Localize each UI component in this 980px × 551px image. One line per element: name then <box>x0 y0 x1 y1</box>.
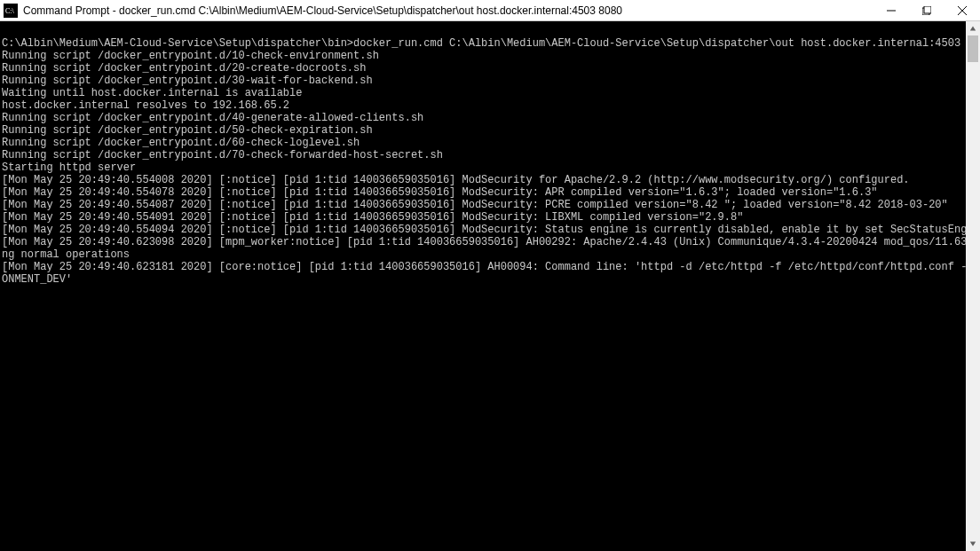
scroll-thumb[interactable] <box>968 35 978 62</box>
svg-rect-4 <box>924 6 931 13</box>
app-icon: C:\ <box>4 4 18 18</box>
terminal-line: Running script /docker_entrypoint.d/30-w… <box>2 75 964 87</box>
terminal-line: Running script /docker_entrypoint.d/60-c… <box>2 137 964 149</box>
terminal-line: Running script /docker_entrypoint.d/50-c… <box>2 124 964 137</box>
terminal-line: [Mon May 25 20:49:40.554078 2020] [:noti… <box>2 186 964 199</box>
terminal-line: [Mon May 25 20:49:40.623098 2020] [mpm_w… <box>2 236 964 248</box>
terminal-line: Running script /docker_entrypoint.d/20-c… <box>2 62 964 75</box>
terminal-line: [Mon May 25 20:49:40.554008 2020] [:noti… <box>2 174 964 186</box>
svg-text:C:\: C:\ <box>5 7 15 15</box>
terminal-line: ng normal operations <box>2 248 964 261</box>
window-controls <box>873 0 980 20</box>
scroll-track[interactable] <box>966 35 980 537</box>
svg-marker-8 <box>970 542 976 547</box>
terminal-line: Running script /docker_entrypoint.d/40-g… <box>2 112 964 124</box>
window-title: Command Prompt - docker_run.cmd C:\Albin… <box>23 4 873 17</box>
scroll-up-button[interactable] <box>966 21 980 35</box>
terminal-line: Running script /docker_entrypoint.d/10-c… <box>2 50 964 62</box>
titlebar[interactable]: C:\ Command Prompt - docker_run.cmd C:\A… <box>0 0 980 21</box>
scroll-down-button[interactable] <box>966 537 980 551</box>
minimize-button[interactable] <box>873 0 909 20</box>
terminal-line: [Mon May 25 20:49:40.554087 2020] [:noti… <box>2 199 964 211</box>
terminal-line: Waiting until host.docker.internal is av… <box>2 87 964 99</box>
close-button[interactable] <box>944 0 980 20</box>
terminal-line: [Mon May 25 20:49:40.554094 2020] [:noti… <box>2 224 964 236</box>
vertical-scrollbar[interactable] <box>966 21 980 551</box>
terminal-line: ONMENT_DEV' <box>2 273 964 286</box>
terminal-line: Starting httpd server <box>2 161 964 174</box>
terminal-line: [Mon May 25 20:49:40.623181 2020] [core:… <box>2 261 964 273</box>
maximize-button[interactable] <box>909 0 944 20</box>
terminal-area: C:\Albin\Medium\AEM-Cloud-Service\Setup\… <box>0 21 980 551</box>
terminal-line: Running script /docker_entrypoint.d/70-c… <box>2 149 964 161</box>
svg-marker-7 <box>970 27 976 31</box>
terminal-output[interactable]: C:\Albin\Medium\AEM-Cloud-Service\Setup\… <box>0 21 966 551</box>
terminal-line <box>2 25 964 37</box>
terminal-line: [Mon May 25 20:49:40.554091 2020] [:noti… <box>2 211 964 224</box>
terminal-line: host.docker.internal resolves to 192.168… <box>2 99 964 112</box>
terminal-line: C:\Albin\Medium\AEM-Cloud-Service\Setup\… <box>2 37 964 50</box>
